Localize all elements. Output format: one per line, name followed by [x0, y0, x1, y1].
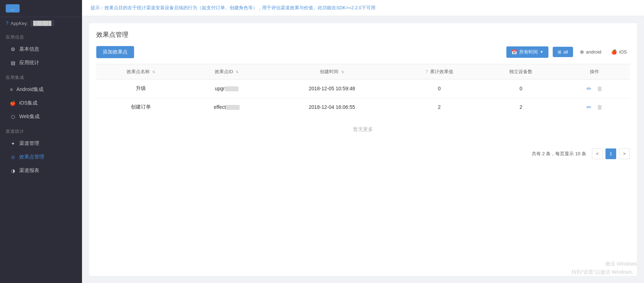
cell-created: 2018-12-05 10:59:48: [268, 79, 396, 98]
report-icon: ◑: [10, 168, 16, 173]
cell-accumulated: 0: [396, 79, 483, 98]
page-title: 效果点管理: [96, 30, 630, 39]
id-masked: ████: [225, 86, 239, 91]
all-filter-button[interactable]: ⊞ all: [553, 47, 573, 57]
sidebar-top: ...: [0, 0, 82, 17]
delete-button[interactable]: 🗑: [595, 103, 605, 111]
cell-name: 升级: [96, 79, 185, 98]
content-area: 效果点管理 添加效果点 📅 所有时间 ▼ ⊞ all: [82, 16, 644, 283]
sidebar-item-label: 效果点管理: [19, 154, 44, 160]
pagination-bar: 共有 2 条，每页显示 10 条 < 1 >: [96, 143, 630, 161]
no-more-text: 暂无更多: [96, 116, 630, 143]
time-filter-button[interactable]: 📅 所有时间 ▼: [506, 46, 548, 58]
ios-filter-btn[interactable]: 🍎 iOS: [608, 48, 630, 56]
grid-icon: ⊞: [558, 50, 561, 55]
time-btn-label: 所有时间: [519, 49, 538, 55]
cell-devices: 2: [482, 98, 559, 116]
id-prefix: upgr: [215, 86, 225, 91]
col-header-name: 效果点名称 ⇅: [96, 64, 185, 79]
cell-devices: 0: [482, 79, 559, 98]
col-header-action: 操作: [559, 64, 630, 79]
sidebar-item-label: 渠道管理: [19, 140, 39, 147]
cell-id: effect████: [185, 98, 268, 116]
android-dot-icon: [580, 50, 584, 54]
effect-table: 效果点名称 ⇅ 效果点ID ⇅ 创建时间 ⇅ ?: [96, 64, 630, 116]
help-circle-icon[interactable]: ?: [425, 69, 428, 74]
sidebar-item-label: 基本信息: [19, 46, 39, 52]
edit-button[interactable]: ✏: [584, 85, 593, 93]
sidebar-item-web-integration[interactable]: ⬡ Web集成: [0, 110, 82, 123]
content-inner: 效果点管理 添加效果点 📅 所有时间 ▼ ⊞ all: [89, 23, 637, 276]
cell-action: ✏ 🗑: [559, 79, 630, 98]
cell-accumulated: 2: [396, 98, 483, 116]
toolbar: 添加效果点 📅 所有时间 ▼ ⊞ all android: [96, 46, 630, 58]
chevron-down-icon: ▼: [540, 50, 543, 54]
main-content: 提示：效果点目的在于统计渠道安装设备后续的行为（如支付订单、创建角色等），用于评…: [82, 0, 644, 283]
sidebar-item-channel-report[interactable]: ◑ 渠道报表: [0, 164, 82, 177]
dot-icon: [10, 88, 13, 91]
delete-button[interactable]: 🗑: [595, 85, 605, 93]
col-header-id: 效果点ID ⇅: [185, 64, 268, 79]
sidebar-item-basic-info[interactable]: ⚙ 基本信息: [0, 42, 82, 56]
calendar-icon: 📅: [511, 49, 517, 55]
section-title-app-info: 应用信息: [0, 29, 82, 42]
apple-filter-icon: 🍎: [611, 49, 617, 55]
sidebar-item-label: 应用统计: [19, 60, 39, 66]
toolbar-right: 📅 所有时间 ▼ ⊞ all android 🍎 iOS: [506, 46, 630, 58]
channel-icon: ✦: [10, 141, 16, 146]
page-1-button[interactable]: 1: [605, 148, 616, 159]
appkey-label: AppKey:: [11, 21, 28, 26]
id-prefix: effect: [214, 104, 226, 110]
gear-icon: ⚙: [10, 46, 16, 52]
sidebar-item-label: Android集成: [16, 86, 44, 93]
sidebar-item-effect-manage[interactable]: ⊙ 效果点管理: [0, 150, 82, 164]
col-header-created: 创建时间 ⇅: [268, 64, 396, 79]
section-title-integration: 应用集成: [0, 70, 82, 83]
prev-page-button[interactable]: <: [592, 148, 603, 159]
sort-icon: ⇅: [152, 70, 155, 74]
pagination-info: 共有 2 条，每页显示 10 条: [532, 151, 586, 157]
table-row: 创建订单 effect████ 2018-12-04 16:06:55 2 2 …: [96, 98, 630, 116]
cell-id: upgr████: [185, 79, 268, 98]
section-title-channel-stats: 渠道统计: [0, 123, 82, 137]
apple-icon: 🍎: [10, 100, 16, 106]
android-label: android: [586, 49, 601, 55]
android-filter-btn[interactable]: android: [577, 48, 604, 56]
tip-text: 提示：效果点目的在于统计渠道安装设备后续的行为（如支付订单、创建角色等），用于评…: [91, 5, 375, 10]
help-icon: ?: [6, 20, 9, 26]
edit-button[interactable]: ✏: [584, 103, 593, 111]
ios-label: iOS: [619, 49, 627, 55]
sidebar-item-android-integration[interactable]: Android集成: [0, 83, 82, 96]
appkey-value: ██████: [30, 20, 54, 26]
cell-name: 创建订单: [96, 98, 185, 116]
sidebar-item-app-stats[interactable]: ▤ 应用统计: [0, 56, 82, 70]
sidebar-item-label: Web集成: [19, 113, 40, 120]
web-icon: ⬡: [10, 114, 16, 120]
cell-created: 2018-12-04 16:06:55: [268, 98, 396, 116]
id-masked: ████: [226, 105, 239, 110]
col-header-accumulated: ? 累计效果值: [396, 64, 483, 79]
table-row: 升级 upgr████ 2018-12-05 10:59:48 0 0 ✏ 🗑: [96, 79, 630, 98]
appkey-row: ? AppKey: ██████: [0, 17, 82, 29]
sort-icon: ⇅: [341, 70, 344, 74]
tip-bar: 提示：效果点目的在于统计渠道安装设备后续的行为（如支付订单、创建角色等），用于评…: [82, 0, 644, 16]
sidebar-item-channel-manage[interactable]: ✦ 渠道管理: [0, 137, 82, 150]
bar-chart-icon: ▤: [10, 60, 16, 66]
sidebar-item-label: iOS集成: [19, 100, 37, 106]
logo-button[interactable]: ...: [6, 4, 20, 12]
effect-icon: ⊙: [10, 154, 16, 160]
next-page-button[interactable]: >: [619, 148, 630, 159]
add-effect-button[interactable]: 添加效果点: [96, 46, 134, 58]
all-btn-label: all: [563, 49, 568, 55]
sidebar: ... ? AppKey: ██████ 应用信息 ⚙ 基本信息 ▤ 应用统计 …: [0, 0, 82, 283]
sidebar-item-ios-integration[interactable]: 🍎 iOS集成: [0, 96, 82, 110]
cell-action: ✏ 🗑: [559, 98, 630, 116]
sort-icon: ⇅: [236, 70, 239, 74]
col-header-devices: 独立设备数: [482, 64, 559, 79]
sidebar-item-label: 渠道报表: [19, 167, 39, 174]
